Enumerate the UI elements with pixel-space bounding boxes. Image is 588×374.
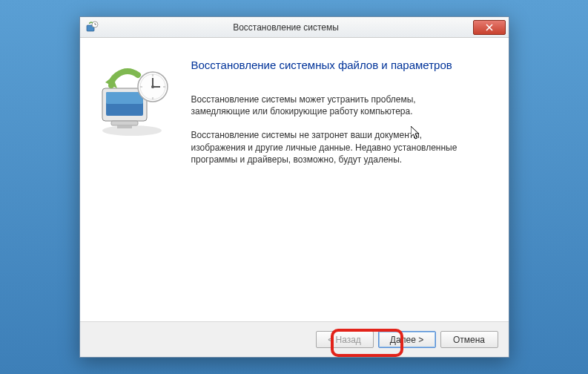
titlebar: Восстановление системы [80, 17, 509, 38]
window-title: Восстановление системы [99, 22, 473, 33]
page-heading: Восстановление системных файлов и параме… [191, 59, 486, 71]
svg-rect-7 [111, 121, 138, 125]
right-pane: Восстановление системных файлов и параме… [184, 38, 509, 321]
system-restore-icon [85, 20, 99, 35]
close-button[interactable] [473, 20, 506, 35]
back-button: < Назад [316, 331, 374, 348]
description-para-2: Восстановление системы не затронет ваши … [191, 129, 458, 165]
description-para-1: Восстановление системы может устранить п… [191, 94, 458, 117]
svg-rect-8 [117, 125, 132, 128]
svg-rect-6 [106, 92, 143, 104]
close-icon [486, 24, 493, 31]
left-pane [80, 38, 184, 321]
content-area: Восстановление системных файлов и параме… [80, 38, 509, 321]
next-button[interactable]: Далее > [378, 331, 436, 348]
svg-point-17 [151, 85, 154, 88]
button-bar: < Назад Далее > Отмена [80, 321, 509, 357]
system-restore-window: Восстановление системы [79, 16, 509, 358]
restore-illustration-icon [95, 68, 169, 134]
cancel-button[interactable]: Отмена [440, 331, 498, 348]
